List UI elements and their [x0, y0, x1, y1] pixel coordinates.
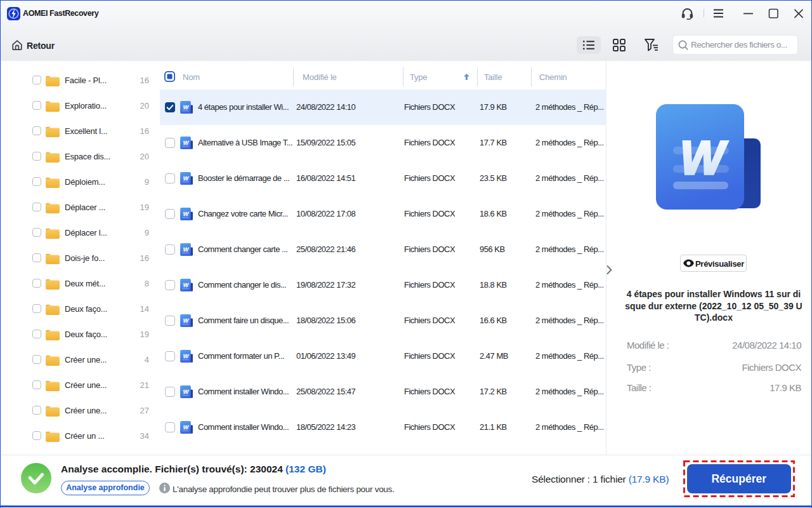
svg-text:W: W	[680, 131, 728, 184]
